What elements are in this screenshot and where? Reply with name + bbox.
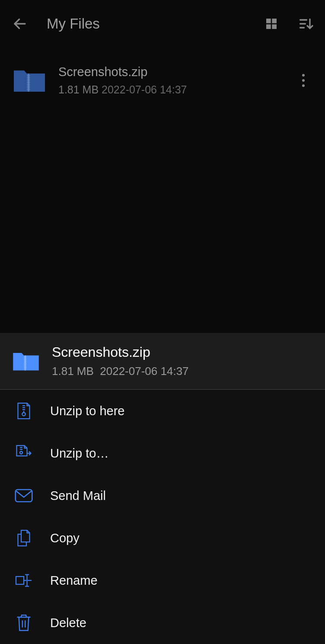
file-meta: 1.81 MB 2022-07-06 14:37 (58, 83, 282, 96)
sort-button[interactable] (297, 15, 315, 32)
svg-rect-1 (266, 19, 271, 23)
zip-folder-icon (13, 67, 45, 93)
rename-icon (15, 571, 33, 590)
menu-label: Unzip to… (50, 446, 108, 461)
file-info: Screenshots.zip 1.81 MB 2022-07-06 14:37 (58, 65, 282, 96)
app-header: My Files (0, 0, 325, 48)
arrow-back-icon (12, 16, 28, 32)
sheet-file-date: 2022-07-06 14:37 (100, 365, 188, 378)
menu-rename[interactable]: Rename (0, 559, 325, 602)
svg-rect-2 (272, 19, 277, 23)
menu-send-mail[interactable]: Send Mail (0, 474, 325, 517)
menu-list: Unzip to here Unzip to… (0, 390, 325, 644)
menu-label: Send Mail (50, 489, 106, 503)
unzip-to-icon (15, 444, 33, 462)
copy-icon (15, 529, 33, 547)
zip-folder-icon (13, 350, 39, 372)
menu-unzip-to[interactable]: Unzip to… (0, 432, 325, 474)
mail-icon (15, 487, 33, 505)
menu-label: Unzip to here (50, 404, 125, 418)
sheet-file-size: 1.81 MB (52, 365, 94, 378)
menu-delete[interactable]: Delete (0, 602, 325, 644)
sheet-header: Screenshots.zip 1.81 MB 2022-07-06 14:37 (0, 333, 325, 390)
svg-rect-4 (272, 24, 277, 29)
sort-icon (298, 16, 314, 32)
sheet-file-name: Screenshots.zip (52, 344, 312, 360)
more-button[interactable] (295, 72, 312, 89)
grid-icon (264, 17, 278, 31)
back-button[interactable] (10, 14, 29, 33)
file-item[interactable]: Screenshots.zip 1.81 MB 2022-07-06 14:37 (0, 56, 325, 105)
menu-label: Rename (50, 574, 98, 588)
sheet-file-meta: 1.81 MB 2022-07-06 14:37 (52, 365, 312, 378)
menu-unzip-here[interactable]: Unzip to here (0, 390, 325, 432)
menu-label: Delete (50, 616, 86, 630)
bottom-sheet: Screenshots.zip 1.81 MB 2022-07-06 14:37 (0, 333, 325, 644)
svg-rect-38 (16, 577, 24, 584)
more-vert-icon (302, 74, 305, 87)
file-list: Screenshots.zip 1.81 MB 2022-07-06 14:37 (0, 48, 325, 105)
svg-rect-37 (16, 490, 32, 502)
unzip-here-icon (15, 402, 33, 420)
file-size: 1.81 MB (58, 83, 99, 96)
file-date: 2022-07-06 14:37 (102, 83, 187, 96)
sheet-info: Screenshots.zip 1.81 MB 2022-07-06 14:37 (52, 344, 312, 378)
menu-copy[interactable]: Copy (0, 517, 325, 559)
svg-rect-3 (266, 24, 271, 29)
menu-label: Copy (50, 531, 80, 545)
page-title: My Files (47, 16, 245, 32)
grid-view-button[interactable] (263, 15, 280, 32)
svg-point-32 (22, 413, 25, 416)
file-name: Screenshots.zip (58, 65, 282, 79)
svg-point-36 (20, 452, 22, 454)
trash-icon (15, 614, 33, 632)
